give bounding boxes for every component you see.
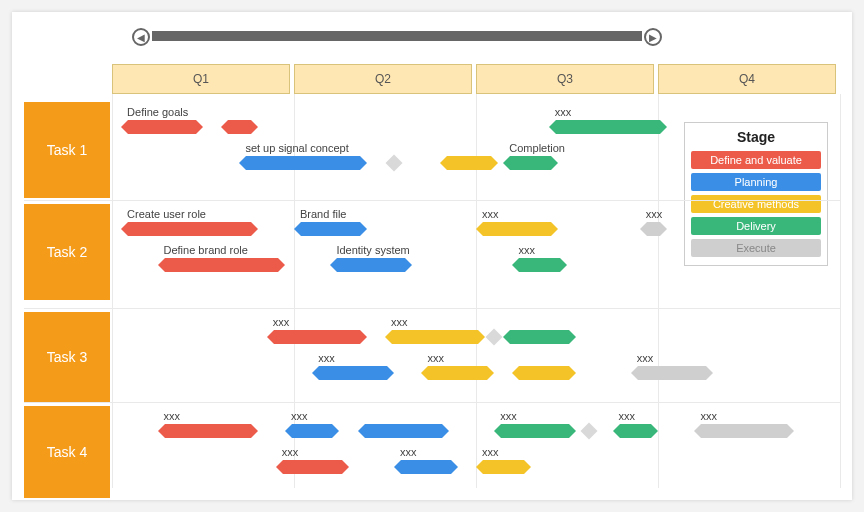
milestone-diamond[interactable] xyxy=(486,329,503,346)
gantt-bar[interactable] xyxy=(694,424,794,438)
legend-title: Stage xyxy=(691,129,821,145)
grid-hline xyxy=(24,402,840,403)
task-label: Task 4 xyxy=(24,406,110,498)
gantt-bar[interactable] xyxy=(121,222,258,236)
gantt-bar[interactable] xyxy=(358,424,449,438)
gantt-bar[interactable] xyxy=(221,120,257,134)
gantt-bar-label: Define goals xyxy=(127,106,188,118)
milestone-diamond[interactable] xyxy=(386,155,403,172)
grid-vline xyxy=(658,94,659,488)
gantt-bar-label: xxx xyxy=(391,316,408,328)
gantt-bar[interactable] xyxy=(158,424,258,438)
gantt-bar[interactable] xyxy=(294,222,367,236)
gantt-bar-label: xxx xyxy=(700,410,717,422)
slider-handle-right[interactable]: ▶ xyxy=(644,28,662,46)
gantt-bar-label: Completion xyxy=(509,142,565,154)
gantt-bar[interactable] xyxy=(494,424,576,438)
timeline-slider[interactable]: ◀ ▶ xyxy=(132,28,662,44)
grid-vline xyxy=(112,94,113,488)
gantt-bar[interactable] xyxy=(285,424,340,438)
gantt-bar-label: xxx xyxy=(273,316,290,328)
gantt-bar[interactable] xyxy=(394,460,458,474)
gantt-bar[interactable] xyxy=(640,222,667,236)
grid-vline xyxy=(840,94,841,488)
grid-hline xyxy=(24,200,840,201)
gantt-bar[interactable] xyxy=(512,258,567,272)
milestone-diamond[interactable] xyxy=(580,423,597,440)
gantt-bar[interactable] xyxy=(239,156,366,170)
gantt-bar-label: xxx xyxy=(619,410,636,422)
gantt-bar-label: xxx xyxy=(318,352,335,364)
gantt-bar-label: Identity system xyxy=(336,244,409,256)
gantt-bar[interactable] xyxy=(385,330,485,344)
gantt-bar-label: xxx xyxy=(427,352,444,364)
slider-track[interactable] xyxy=(152,31,642,41)
gantt-bar-label: xxx xyxy=(291,410,308,422)
gantt-bar-label: xxx xyxy=(482,446,499,458)
gantt-bar[interactable] xyxy=(476,222,558,236)
task-label: Task 2 xyxy=(24,204,110,300)
gantt-bar-label: set up signal concept xyxy=(245,142,348,154)
gantt-bar[interactable] xyxy=(312,366,394,380)
quarter-header: Q2 xyxy=(294,64,472,94)
gantt-bar-label: xxx xyxy=(646,208,663,220)
task-label: Task 1 xyxy=(24,102,110,198)
gantt-bar[interactable] xyxy=(440,156,498,170)
gantt-bar[interactable] xyxy=(512,366,576,380)
gantt-bar-label: xxx xyxy=(400,446,417,458)
slider-handle-left[interactable]: ◀ xyxy=(132,28,150,46)
gantt-bar[interactable] xyxy=(613,424,659,438)
gantt-bar-label: Create user role xyxy=(127,208,206,220)
quarter-header: Q4 xyxy=(658,64,836,94)
gantt-bar[interactable] xyxy=(503,330,576,344)
gantt-bar-label: xxx xyxy=(555,106,572,118)
gantt-bar-label: Define brand role xyxy=(164,244,248,256)
grid-vline xyxy=(476,94,477,488)
gantt-bar[interactable] xyxy=(476,460,531,474)
gantt-bar[interactable] xyxy=(121,120,203,134)
gantt-bar-label: xxx xyxy=(500,410,517,422)
gantt-bar[interactable] xyxy=(421,366,494,380)
quarter-header: Q3 xyxy=(476,64,654,94)
legend: Stage Define and valuatePlanningCreative… xyxy=(684,122,828,266)
gantt-bar-label: xxx xyxy=(482,208,499,220)
legend-item: Creative methods xyxy=(691,195,821,213)
gantt-bar-label: xxx xyxy=(637,352,654,364)
gantt-bar-label: Brand file xyxy=(300,208,346,220)
gantt-bar-label: xxx xyxy=(164,410,181,422)
gantt-canvas: ◀ ▶ Stage Define and valuatePlanningCrea… xyxy=(12,12,852,500)
gantt-bar[interactable] xyxy=(503,156,558,170)
gantt-bar[interactable] xyxy=(330,258,412,272)
legend-item: Execute xyxy=(691,239,821,257)
gantt-bar[interactable] xyxy=(549,120,667,134)
legend-item: Delivery xyxy=(691,217,821,235)
gantt-bar[interactable] xyxy=(267,330,367,344)
gantt-bar[interactable] xyxy=(276,460,349,474)
grid-hline xyxy=(24,308,840,309)
gantt-bar-label: xxx xyxy=(518,244,535,256)
gantt-bar[interactable] xyxy=(631,366,713,380)
legend-item: Planning xyxy=(691,173,821,191)
gantt-bar[interactable] xyxy=(158,258,285,272)
quarter-header: Q1 xyxy=(112,64,290,94)
legend-item: Define and valuate xyxy=(691,151,821,169)
task-label: Task 3 xyxy=(24,312,110,402)
gantt-bar-label: xxx xyxy=(282,446,299,458)
